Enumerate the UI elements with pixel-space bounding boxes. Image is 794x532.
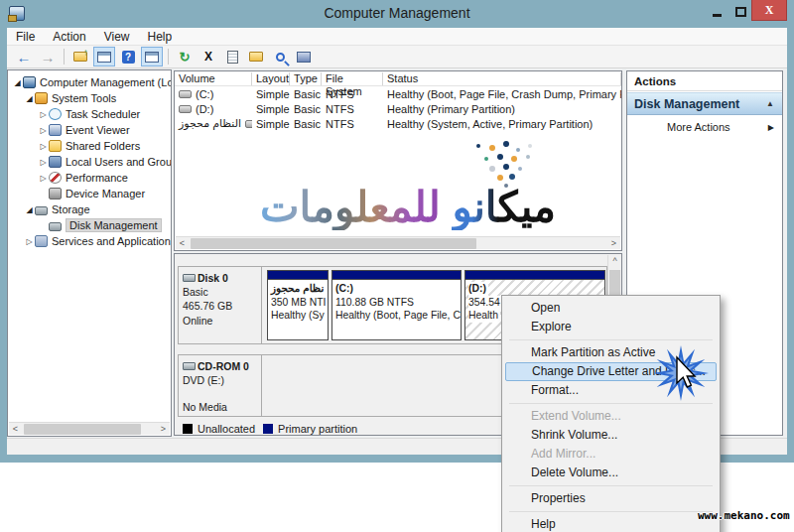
menu-bar: File Action View Help [7, 28, 787, 46]
properties-button[interactable] [221, 47, 243, 66]
scroll-thumb[interactable] [24, 424, 141, 435]
menu-item-explore[interactable]: Explore [502, 318, 720, 336]
expander-icon[interactable]: ◢ [12, 78, 23, 87]
tree-item-label: Device Manager [66, 188, 145, 200]
show-hide-action-pane-button[interactable] [141, 47, 163, 66]
expander-icon[interactable]: ▷ [38, 174, 49, 183]
up-one-level-button[interactable]: ↑ [69, 47, 91, 66]
help-icon: ? [122, 51, 135, 64]
scroll-right-icon[interactable]: > [157, 423, 170, 436]
tree-item-storage[interactable]: ◢ Storage [10, 201, 171, 217]
partition-c[interactable]: (C:) 110.88 GB NTFS Healthy (Boot, Page … [331, 270, 462, 340]
volume-layout: Simple [252, 118, 290, 130]
expander-icon[interactable]: ◢ [24, 94, 35, 103]
maximize-button[interactable] [731, 3, 751, 21]
partition-system-reserved[interactable]: نظام محجوز 350 MB NTI Healthy (Sy [267, 270, 329, 340]
menu-item-properties[interactable]: Properties [502, 489, 720, 508]
expander-icon[interactable]: ▷ [38, 158, 49, 167]
delete-x-icon: X [204, 50, 212, 64]
tree-item-event-viewer[interactable]: ▷ Event Viewer [10, 122, 171, 138]
console-tree-panel: ◢ Computer Management (Local ◢ System To… [7, 69, 172, 437]
volume-fs: NTFS [322, 88, 383, 100]
partition-size: 354.54 [468, 296, 502, 310]
tree-item-label: Disk Management [66, 218, 162, 232]
computer-icon [23, 76, 36, 88]
tree-item-task-scheduler[interactable]: ▷ Task Scheduler [10, 106, 171, 122]
menu-view[interactable]: View [95, 30, 139, 44]
console-tree-toggle-button[interactable] [93, 47, 115, 66]
scroll-left-icon[interactable]: < [176, 237, 189, 250]
cdrom-label[interactable]: CD-ROM 0 DVD (E:) No Media [179, 355, 262, 416]
menu-item-change-drive-letter[interactable]: Change Drive Letter and Paths... [505, 362, 717, 381]
disk0-label[interactable]: Disk 0 Basic 465.76 GB Online [179, 267, 262, 343]
menu-item-add-mirror: Add Mirror... [502, 445, 720, 464]
volume-row-c[interactable]: (C:) Simple Basic NTFS Healthy (Boot, Pa… [175, 86, 621, 101]
partition-color-bar [465, 271, 604, 280]
menu-item-mark-partition-active[interactable]: Mark Partition as Active [502, 343, 720, 362]
menu-item-help[interactable]: Help [502, 515, 720, 532]
tree-horizontal-scrollbar[interactable]: < > [9, 422, 170, 435]
tree-item-label: Local Users and Groups [66, 156, 172, 168]
shared-folders-icon [49, 140, 62, 152]
actions-section-disk-management[interactable]: Disk Management ▲ [627, 92, 782, 115]
find-button[interactable] [269, 47, 291, 66]
column-file-system[interactable]: File System [322, 72, 383, 85]
volume-layout: Simple [252, 88, 290, 100]
expander-icon[interactable]: ▷ [38, 126, 49, 135]
more-actions-item[interactable]: More Actions ▶ [627, 115, 782, 133]
tree-item-disk-management[interactable]: Disk Management [10, 217, 171, 233]
disk0-status: Online [183, 314, 259, 328]
column-layout[interactable]: Layout [252, 72, 290, 85]
menu-help[interactable]: Help [139, 30, 182, 44]
menu-item-format[interactable]: Format... [502, 381, 720, 400]
minimize-button[interactable] [707, 3, 727, 21]
volume-row-d[interactable]: (D:) Simple Basic NTFS Healthy (Primary … [175, 101, 621, 116]
scroll-thumb[interactable] [191, 238, 476, 249]
column-status[interactable]: Status [383, 72, 621, 85]
delete-button[interactable]: X [198, 47, 219, 66]
tree-item-performance[interactable]: ▷ Performance [10, 170, 171, 186]
menu-file[interactable]: File [7, 30, 44, 44]
partition-status: Healthy (Sy [271, 309, 325, 323]
expander-icon[interactable]: ▷ [24, 237, 35, 246]
volume-row-system-reserved[interactable]: النظام محجوز Simple Basic NTFS Healthy (… [175, 116, 621, 131]
tree-item-shared-folders[interactable]: ▷ Shared Folders [10, 138, 171, 154]
menu-action[interactable]: Action [44, 30, 94, 44]
tree-item-device-manager[interactable]: Device Manager [10, 186, 171, 201]
cdrom-drive-letter: DVD (E:) [183, 373, 259, 387]
disk0-type: Basic [183, 285, 259, 299]
magnifier-icon [276, 53, 285, 62]
volume-type: Basic [290, 88, 322, 100]
scroll-right-icon[interactable]: > [607, 237, 620, 250]
menu-item-open[interactable]: Open [502, 299, 720, 318]
expander-icon[interactable]: ▷ [38, 110, 49, 119]
back-button[interactable]: ← [13, 47, 35, 66]
scroll-left-icon[interactable]: < [9, 423, 22, 436]
partition-size: 350 MB NTI [271, 296, 325, 310]
forward-button[interactable]: → [37, 47, 59, 66]
tree-item-local-users-groups[interactable]: ▷ Local Users and Groups [10, 154, 171, 170]
menu-item-shrink-volume[interactable]: Shrink Volume... [502, 426, 720, 445]
expander-icon[interactable]: ▷ [38, 142, 49, 151]
disk-wizard-button[interactable] [293, 47, 315, 66]
expander-icon[interactable]: ◢ [24, 205, 35, 214]
close-button[interactable]: X [751, 0, 787, 21]
more-actions-label: More Actions [667, 121, 730, 133]
help-button[interactable]: ? [117, 47, 139, 66]
scroll-up-icon[interactable]: ^ [608, 255, 621, 268]
volume-list-horizontal-scrollbar[interactable]: < > [176, 236, 620, 249]
collapse-icon[interactable]: ▲ [766, 99, 774, 108]
partition-color-bar [332, 271, 461, 280]
tree-item-system-tools[interactable]: ◢ System Tools [10, 90, 171, 106]
website-watermark: www.mekano.com [698, 509, 790, 522]
submenu-arrow-icon: ▶ [768, 123, 774, 132]
column-volume[interactable]: Volume [175, 72, 252, 85]
column-type[interactable]: Type [290, 72, 322, 85]
open-folder-button[interactable] [245, 47, 267, 66]
tree-item-services-applications[interactable]: ▷ Services and Applications [10, 233, 171, 249]
tree-item-computer-management[interactable]: ◢ Computer Management (Local [10, 74, 171, 90]
event-viewer-icon [49, 124, 62, 136]
refresh-button[interactable]: ↻ [174, 47, 196, 66]
menu-separator [509, 485, 713, 486]
menu-item-delete-volume[interactable]: Delete Volume... [502, 464, 720, 482]
